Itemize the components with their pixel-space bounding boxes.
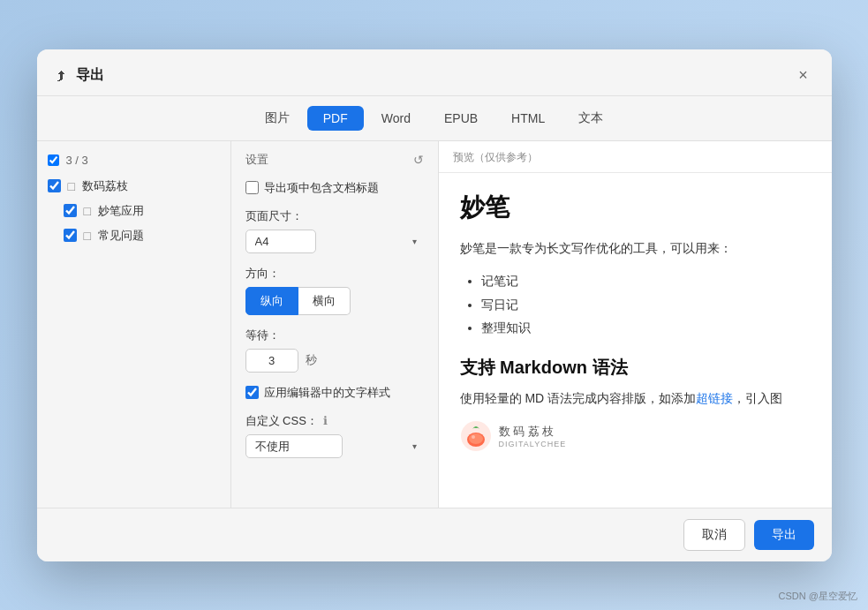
tab-html[interactable]: HTML [495, 106, 561, 131]
direction-group: 方向： 纵向 横向 [245, 266, 424, 315]
preview-panel: 预览（仅供参考） 妙笔 妙笔是一款专为长文写作优化的工具，可以用来： 记笔记 写… [439, 141, 832, 508]
watermark: CSDN @星空爱忆 [779, 590, 857, 603]
chevron-down-icon: ▾ [412, 441, 417, 451]
landscape-button[interactable]: 横向 [298, 287, 351, 315]
list-item: 写日记 [481, 293, 811, 317]
item-label-0: 数码荔枝 [82, 178, 128, 194]
list-item: 整理知识 [481, 316, 811, 340]
export-icon: ⮭ [55, 68, 69, 84]
wait-label: 等待： [245, 328, 424, 343]
wait-input-row: 秒 [245, 349, 424, 373]
brand-text: 数 码 荔 枝 DIGITALYCHEE [499, 424, 567, 448]
tab-pdf[interactable]: PDF [307, 106, 364, 131]
document-icon: □ [84, 229, 91, 243]
list-item: □ 常见问题 [37, 223, 230, 248]
tab-word[interactable]: Word [366, 106, 426, 131]
settings-title: 设置 [245, 152, 268, 168]
dialog-body: 3 / 3 □ 数码荔枝 □ 妙笔应用 □ 常见问题 设置 ↺ [37, 141, 832, 508]
settings-panel: 设置 ↺ 导出项中包含文档标题 页面尺寸： A4 A3 Letter Legal… [231, 141, 439, 508]
reset-icon[interactable]: ↺ [413, 153, 424, 167]
wait-input[interactable] [245, 349, 298, 373]
dialog-title: 导出 [76, 66, 104, 85]
select-all-checkbox[interactable] [48, 154, 59, 166]
preview-intro: 妙笔是一款专为长文写作优化的工具，可以用来： [460, 238, 811, 260]
custom-css-label: 自定义 CSS： [245, 413, 318, 429]
brand-sub: DIGITALYCHEE [499, 440, 567, 448]
dialog-header: ⮭ 导出 × [37, 49, 832, 96]
dialog-footer: 取消 导出 [37, 508, 832, 561]
apply-style-row: 应用编辑器中的文字样式 [245, 385, 424, 401]
preview-header: 预览（仅供参考） [439, 141, 832, 173]
custom-css-select-wrapper: 不使用 自定义1 自定义2 ▾ [245, 434, 424, 458]
apply-style-checkbox[interactable] [245, 386, 259, 399]
list-item: 记笔记 [481, 269, 811, 293]
wait-unit: 秒 [306, 352, 317, 368]
wait-group: 等待： 秒 [245, 328, 424, 373]
custom-css-select[interactable]: 不使用 自定义1 自定义2 [245, 434, 343, 458]
item-count: 3 / 3 [66, 154, 220, 167]
direction-buttons: 纵向 横向 [245, 287, 424, 315]
page-size-select-wrapper: A4 A3 Letter Legal ▾ [245, 230, 424, 253]
item-label-1: 妙笔应用 [98, 203, 144, 219]
page-size-select[interactable]: A4 A3 Letter Legal [245, 230, 316, 253]
chevron-down-icon: ▾ [412, 237, 417, 246]
item-checkbox-0[interactable] [48, 179, 61, 192]
item-checkbox-1[interactable] [64, 204, 77, 217]
page-size-label: 页面尺寸： [245, 208, 424, 224]
document-icon: □ [84, 204, 91, 218]
left-header: 3 / 3 [37, 150, 230, 174]
document-icon: □ [68, 179, 75, 193]
list-item: □ 数码荔枝 [37, 174, 230, 199]
include-title-row: 导出项中包含文档标题 [245, 180, 424, 196]
dialog-title-area: ⮭ 导出 [55, 66, 104, 85]
brand-name: 数 码 荔 枝 [499, 424, 567, 440]
include-title-checkbox[interactable] [245, 181, 259, 194]
preview-content: 妙笔 妙笔是一款专为长文写作优化的工具，可以用来： 记笔记 写日记 整理知识 支… [439, 173, 832, 508]
preview-heading1: 妙笔 [460, 191, 811, 224]
svg-point-2 [469, 433, 483, 444]
portrait-button[interactable]: 纵向 [245, 287, 298, 315]
tabs-row: 图片 PDF Word EPUB HTML 文本 [37, 96, 832, 141]
close-button[interactable]: × [793, 65, 814, 87]
svg-point-3 [472, 435, 475, 439]
export-dialog: ⮭ 导出 × 图片 PDF Word EPUB HTML 文本 3 / 3 □ … [37, 49, 832, 561]
left-panel: 3 / 3 □ 数码荔枝 □ 妙笔应用 □ 常见问题 [37, 141, 231, 508]
item-checkbox-2[interactable] [64, 229, 77, 242]
include-title-label[interactable]: 导出项中包含文档标题 [264, 180, 379, 196]
tab-text[interactable]: 文本 [562, 105, 619, 132]
preview-md-before: 使用轻量的 MD 语法完成内容排版，如添加 [460, 391, 697, 405]
settings-header: 设置 ↺ [245, 152, 424, 168]
preview-md-text: 使用轻量的 MD 语法完成内容排版，如添加超链接，引入图 [460, 388, 811, 410]
export-button[interactable]: 导出 [754, 520, 814, 550]
cancel-button[interactable]: 取消 [683, 519, 745, 551]
direction-label: 方向： [245, 266, 424, 282]
page-size-group: 页面尺寸： A4 A3 Letter Legal ▾ [245, 208, 424, 253]
preview-md-link[interactable]: 超链接 [696, 391, 733, 405]
apply-style-label[interactable]: 应用编辑器中的文字样式 [264, 385, 390, 401]
tab-epub[interactable]: EPUB [428, 106, 494, 131]
preview-list: 记笔记 写日记 整理知识 [460, 269, 811, 340]
item-label-2: 常见问题 [98, 228, 144, 244]
preview-heading2: 支持 Markdown 语法 [460, 356, 811, 380]
list-item: □ 妙笔应用 [37, 199, 230, 223]
brand-logo-icon [460, 420, 492, 452]
info-icon[interactable]: ℹ [323, 414, 328, 427]
tab-image[interactable]: 图片 [249, 105, 306, 132]
preview-md-after: ，引入图 [733, 391, 782, 405]
custom-css-group: 自定义 CSS： ℹ 不使用 自定义1 自定义2 ▾ [245, 413, 424, 458]
custom-css-label-row: 自定义 CSS： ℹ [245, 413, 424, 429]
brand-footer: 数 码 荔 枝 DIGITALYCHEE [460, 420, 811, 452]
